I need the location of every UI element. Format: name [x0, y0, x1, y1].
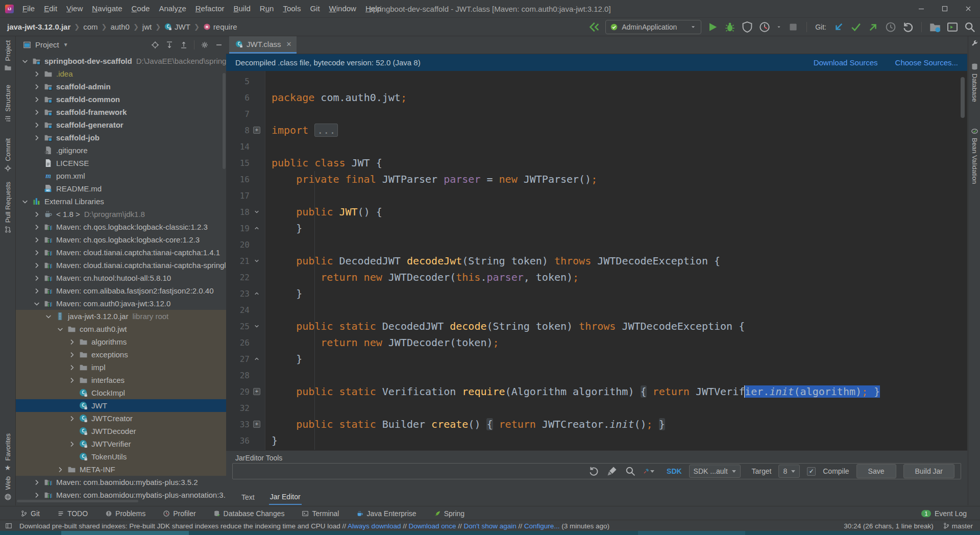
maximize-button[interactable]: [933, 0, 957, 17]
stripe-button-structure[interactable]: Structure: [0, 85, 15, 123]
chevron-right-icon[interactable]: [33, 478, 41, 487]
build-hammer-icon[interactable]: [643, 466, 654, 477]
code-line-8[interactable]: import ...: [272, 122, 967, 138]
tree-item-interfaces[interactable]: interfaces: [16, 374, 226, 386]
chevron-right-icon[interactable]: [68, 363, 76, 372]
project-panel-title[interactable]: Project: [35, 40, 59, 49]
tree-item-jwtverifier[interactable]: CJWTVerifier: [16, 437, 226, 450]
fold-collapse-icon[interactable]: [253, 225, 260, 232]
chevron-right-icon[interactable]: [33, 83, 41, 91]
code-line-22[interactable]: return new JWTDecoder(this.parser, token…: [272, 269, 967, 285]
chevron-down-icon[interactable]: [21, 57, 29, 65]
chevron-right-icon[interactable]: [33, 134, 41, 142]
toolwindow-button-java-enterprise[interactable]: Java Enterprise: [356, 509, 416, 518]
tree-item-springboot-dev-scaffold[interactable]: springboot-dev-scaffoldD:\JavaEE\backend…: [16, 55, 226, 67]
event-log-button[interactable]: 1 Event Log: [921, 509, 967, 518]
code-line-19[interactable]: }: [272, 220, 967, 236]
chevron-right-icon[interactable]: [33, 274, 41, 282]
save-button[interactable]: Save: [856, 464, 896, 478]
tree-item-exceptions[interactable]: exceptions: [16, 348, 226, 361]
chevron-right-icon[interactable]: [68, 351, 76, 359]
tree-item-jwt[interactable]: CJWT: [16, 399, 226, 412]
tree-item-maven-ch-qos-logback-logback-classic-1-2-3[interactable]: Maven: ch.qos.logback:logback-classic:1.…: [16, 221, 226, 233]
tree-item-com-auth0-jwt[interactable]: com.auth0.jwt: [16, 323, 226, 335]
fold-collapse-icon[interactable]: [253, 355, 260, 362]
chevron-down-icon[interactable]: [776, 21, 782, 33]
code-line-27[interactable]: }: [272, 351, 967, 367]
tree-item-scaffold-admin[interactable]: scaffold-admin: [16, 80, 226, 93]
menu-refactor[interactable]: Refactor: [191, 4, 229, 13]
toolwindow-button-todo[interactable]: TODO: [57, 509, 88, 518]
green-chevrons-icon[interactable]: [588, 21, 600, 33]
profiler-button[interactable]: [758, 21, 771, 33]
brush-icon[interactable]: [606, 466, 618, 477]
tree-vertical-scrollbar[interactable]: [223, 73, 226, 169]
undo-icon[interactable]: [588, 466, 599, 477]
fold-collapse-icon[interactable]: [253, 257, 260, 264]
tree-item-readme-md[interactable]: MDREADME.md: [16, 182, 226, 195]
chevron-right-icon[interactable]: [56, 466, 64, 474]
gear-icon[interactable]: [201, 41, 209, 49]
stripe-button-favorites[interactable]: Favorites★: [0, 433, 15, 472]
minimize-button[interactable]: [910, 0, 933, 17]
search-icon[interactable]: [625, 466, 636, 477]
tree-item-maven-ch-qos-logback-logback-core-1-2-3[interactable]: Maven: ch.qos.logback:logback-core:1.2.3: [16, 233, 226, 246]
stripe-button-commit[interactable]: Commit: [0, 138, 15, 172]
chevron-right-icon[interactable]: [33, 236, 41, 244]
editor-tab-text[interactable]: Text: [240, 490, 256, 504]
code-line-24[interactable]: [272, 302, 967, 318]
code-pane[interactable]: package com.auth0.jwt;import ...public c…: [265, 71, 967, 450]
banner-link-download-sources[interactable]: Download Sources: [814, 58, 878, 67]
banner-link-choose-sources-[interactable]: Choose Sources...: [895, 58, 958, 67]
tree-item-maven-cloud-tianai-captcha-tianai-captcha-1-4-1[interactable]: Maven: cloud.tianai.captcha:tianai-captc…: [16, 246, 226, 259]
git-push-button[interactable]: [867, 21, 879, 33]
editor-tab-jar-editor[interactable]: Jar Editor: [269, 490, 302, 505]
tree-item--1-8-[interactable]: < 1.8 >D:\program\jdk1.8: [16, 208, 226, 221]
compile-checkbox[interactable]: ✓: [807, 467, 816, 476]
code-line-28[interactable]: [272, 367, 967, 383]
fold-collapse-icon[interactable]: [253, 208, 260, 215]
stripe-button-pull-requests[interactable]: Pull Requests: [0, 182, 15, 233]
fold-expand-icon[interactable]: +: [253, 388, 260, 395]
code-line-14[interactable]: [272, 138, 967, 155]
chevron-right-icon[interactable]: [33, 261, 41, 270]
git-branch-widget[interactable]: master: [943, 522, 973, 530]
tree-item-meta-inf[interactable]: META-INF: [16, 463, 226, 476]
fold-expand-icon[interactable]: +: [253, 421, 260, 428]
breadcrumb-item-com[interactable]: com: [83, 22, 97, 31]
breadcrumb-item-jwt[interactable]: CJWT: [164, 22, 190, 31]
code-line-18[interactable]: public JWT() {: [272, 204, 967, 220]
target-select[interactable]: 8: [778, 465, 800, 478]
tree-horizontal-scrollbar[interactable]: [17, 500, 138, 502]
chevron-right-icon[interactable]: [33, 95, 41, 104]
build-jar-button[interactable]: Build Jar: [903, 464, 954, 478]
code-line-33[interactable]: public static Builder create() { return …: [272, 416, 967, 432]
tree-item-scaffold-job[interactable]: scaffold-job: [16, 131, 226, 144]
run-button[interactable]: [706, 21, 719, 33]
code-line-36[interactable]: }: [272, 432, 967, 449]
history-button[interactable]: [885, 21, 897, 33]
menu-edit[interactable]: Edit: [39, 4, 62, 13]
tree-item--idea[interactable]: .idea: [16, 67, 226, 80]
git-commit-button[interactable]: [850, 21, 862, 33]
code-line-6[interactable]: package com.auth0.jwt;: [272, 89, 967, 106]
tree-item-tokenutils[interactable]: CTokenUtils: [16, 450, 226, 463]
tree-item-impl[interactable]: impl: [16, 361, 226, 374]
run-console-icon[interactable]: [946, 21, 959, 33]
menu-code[interactable]: Code: [127, 4, 155, 13]
debug-button[interactable]: [724, 21, 736, 33]
rollback-button[interactable]: [902, 21, 914, 33]
tree-item-maven-com-alibaba-fastjson2-fastjson2-2-0-40[interactable]: Maven: com.alibaba.fastjson2:fastjson2:2…: [16, 284, 226, 297]
code-line-29[interactable]: public static Verification require(Algor…: [272, 383, 967, 400]
menu-git[interactable]: Git: [305, 4, 324, 13]
breadcrumb-item-java-jwt-3-12-0-jar[interactable]: java-jwt-3.12.0.jar: [7, 22, 70, 31]
code-line-17[interactable]: [272, 187, 967, 204]
breadcrumb-item-auth0[interactable]: auth0: [110, 22, 130, 31]
chevron-right-icon[interactable]: [68, 415, 76, 423]
tree-item--gitignore[interactable]: .gitignore: [16, 144, 226, 157]
chevron-down-icon[interactable]: [56, 325, 64, 333]
tree-item-scaffold-framework[interactable]: scaffold-framework: [16, 106, 226, 118]
menu-run[interactable]: Run: [255, 4, 279, 13]
code-editor[interactable]: 5678+14151617181920212223242526272829+32…: [226, 71, 967, 450]
fold-collapse-icon[interactable]: [253, 290, 260, 297]
